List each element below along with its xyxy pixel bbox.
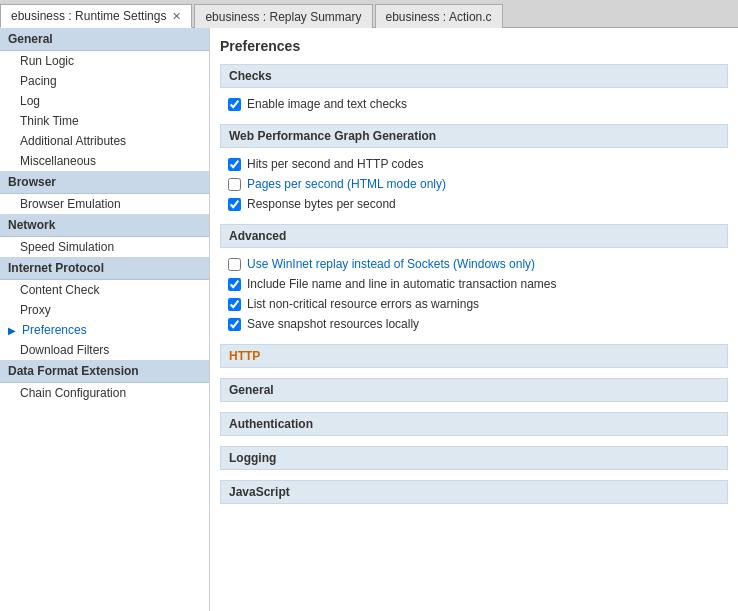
tab-2[interactable]: ebusiness : Action.c bbox=[375, 4, 503, 28]
checkbox-0[interactable] bbox=[228, 98, 241, 111]
sidebar-item-label: Content Check bbox=[20, 283, 99, 297]
checkbox-label-1[interactable]: Include File name and line in automatic … bbox=[247, 277, 557, 291]
sidebar-item-proxy[interactable]: Proxy bbox=[0, 300, 209, 320]
sidebar-item-label: Pacing bbox=[20, 74, 57, 88]
check-item-1: Pages per second (HTML mode only) bbox=[220, 174, 728, 194]
tab-label-1: ebusiness : Replay Summary bbox=[205, 10, 361, 24]
sidebar-section-3: Internet Protocol bbox=[0, 257, 209, 280]
sidebar-item-additional-attributes[interactable]: Additional Attributes bbox=[0, 131, 209, 151]
section-block-1: Web Performance Graph GenerationHits per… bbox=[220, 124, 728, 214]
sidebar-item-speed-simulation[interactable]: Speed Simulation bbox=[0, 237, 209, 257]
checkbox-1[interactable] bbox=[228, 178, 241, 191]
sidebar-item-label: Preferences bbox=[22, 323, 87, 337]
sidebar-item-download-filters[interactable]: Download Filters bbox=[0, 340, 209, 360]
section-block-7: JavaScript bbox=[220, 480, 728, 504]
sidebar-item-browser-emulation[interactable]: Browser Emulation bbox=[0, 194, 209, 214]
section-header-2: Advanced bbox=[220, 224, 728, 248]
section-block-6: Logging bbox=[220, 446, 728, 470]
checkbox-2[interactable] bbox=[228, 298, 241, 311]
tab-close-0[interactable]: ✕ bbox=[172, 11, 181, 22]
http-section-header: HTTP bbox=[220, 344, 728, 368]
sidebar-item-label: Speed Simulation bbox=[20, 240, 114, 254]
checkbox-3[interactable] bbox=[228, 318, 241, 331]
sidebar-item-think-time[interactable]: Think Time bbox=[0, 111, 209, 131]
sidebar-item-chain-configuration[interactable]: Chain Configuration bbox=[0, 383, 209, 403]
checkbox-label-1[interactable]: Pages per second (HTML mode only) bbox=[247, 177, 446, 191]
section-block-3: HTTP bbox=[220, 344, 728, 368]
sidebar-item-pacing[interactable]: Pacing bbox=[0, 71, 209, 91]
tab-0[interactable]: ebusiness : Runtime Settings✕ bbox=[0, 4, 192, 28]
sidebar-section-1: Browser bbox=[0, 171, 209, 194]
main-layout: GeneralRun LogicPacingLogThink TimeAddit… bbox=[0, 28, 738, 611]
check-item-2: Response bytes per second bbox=[220, 194, 728, 214]
sidebar-item-label: Think Time bbox=[20, 114, 79, 128]
sidebar-item-content-check[interactable]: Content Check bbox=[0, 280, 209, 300]
tab-label-0: ebusiness : Runtime Settings bbox=[11, 9, 166, 23]
collapsible-header-logging[interactable]: Logging bbox=[220, 446, 728, 470]
checkbox-0[interactable] bbox=[228, 258, 241, 271]
sidebar-item-label: Proxy bbox=[20, 303, 51, 317]
sidebar-section-4: Data Format Extension bbox=[0, 360, 209, 383]
checkbox-2[interactable] bbox=[228, 198, 241, 211]
section-block-4: General bbox=[220, 378, 728, 402]
checkbox-label-2[interactable]: Response bytes per second bbox=[247, 197, 396, 211]
checkbox-label-0[interactable]: Hits per second and HTTP codes bbox=[247, 157, 424, 171]
checkbox-label-2[interactable]: List non-critical resource errors as war… bbox=[247, 297, 479, 311]
sidebar-item-run-logic[interactable]: Run Logic bbox=[0, 51, 209, 71]
collapsible-header-general[interactable]: General bbox=[220, 378, 728, 402]
collapsible-header-authentication[interactable]: Authentication bbox=[220, 412, 728, 436]
checkbox-label-3[interactable]: Save snapshot resources locally bbox=[247, 317, 419, 331]
collapsible-header-javascript[interactable]: JavaScript bbox=[220, 480, 728, 504]
sidebar-item-label: Download Filters bbox=[20, 343, 109, 357]
section-block-5: Authentication bbox=[220, 412, 728, 436]
sidebar-section-2: Network bbox=[0, 214, 209, 237]
sidebar-item-label: Run Logic bbox=[20, 54, 74, 68]
checkbox-label-0[interactable]: Use WinInet replay instead of Sockets (W… bbox=[247, 257, 535, 271]
tab-bar: ebusiness : Runtime Settings✕ebusiness :… bbox=[0, 0, 738, 28]
check-item-0: Enable image and text checks bbox=[220, 94, 728, 114]
check-item-1: Include File name and line in automatic … bbox=[220, 274, 728, 294]
checkbox-label-0[interactable]: Enable image and text checks bbox=[247, 97, 407, 111]
sidebar-item-label: Miscellaneous bbox=[20, 154, 96, 168]
sidebar-item-preferences[interactable]: ▶Preferences bbox=[0, 320, 209, 340]
sidebar-item-log[interactable]: Log bbox=[0, 91, 209, 111]
check-item-3: Save snapshot resources locally bbox=[220, 314, 728, 334]
checkbox-1[interactable] bbox=[228, 278, 241, 291]
tab-label-2: ebusiness : Action.c bbox=[386, 10, 492, 24]
sidebar-item-miscellaneous[interactable]: Miscellaneous bbox=[0, 151, 209, 171]
content-title: Preferences bbox=[220, 38, 728, 54]
check-item-0: Hits per second and HTTP codes bbox=[220, 154, 728, 174]
tab-1[interactable]: ebusiness : Replay Summary bbox=[194, 4, 372, 28]
section-header-1: Web Performance Graph Generation bbox=[220, 124, 728, 148]
section-block-2: AdvancedUse WinInet replay instead of So… bbox=[220, 224, 728, 334]
sidebar-item-label: Chain Configuration bbox=[20, 386, 126, 400]
section-block-0: ChecksEnable image and text checks bbox=[220, 64, 728, 114]
sidebar-item-label: Browser Emulation bbox=[20, 197, 121, 211]
sidebar-item-label: Log bbox=[20, 94, 40, 108]
content-area: Preferences ChecksEnable image and text … bbox=[210, 28, 738, 611]
sidebar-section-0: General bbox=[0, 28, 209, 51]
arrow-icon: ▶ bbox=[8, 325, 16, 336]
sidebar-item-label: Additional Attributes bbox=[20, 134, 126, 148]
section-header-0: Checks bbox=[220, 64, 728, 88]
checkbox-0[interactable] bbox=[228, 158, 241, 171]
check-item-0: Use WinInet replay instead of Sockets (W… bbox=[220, 254, 728, 274]
sidebar: GeneralRun LogicPacingLogThink TimeAddit… bbox=[0, 28, 210, 611]
check-item-2: List non-critical resource errors as war… bbox=[220, 294, 728, 314]
